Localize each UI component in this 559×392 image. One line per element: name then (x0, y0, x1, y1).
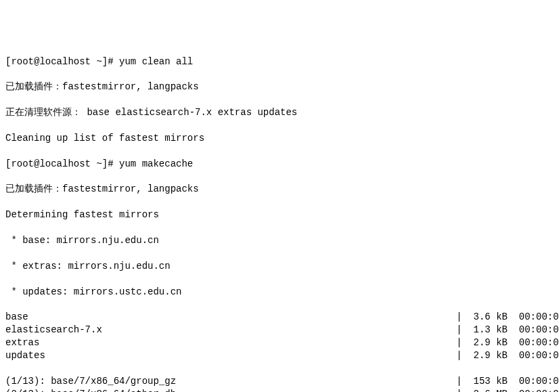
output-plugins: 已加载插件：fastestmirror, langpacks (5, 81, 559, 93)
output-determining: Determining fastest mirrors (5, 209, 559, 221)
repo-row: extras| 2.9 kB 00:00:00 (5, 336, 559, 349)
download-row: (2/13): base/7/x86_64/other_db| 2.6 MB 0… (5, 388, 559, 392)
output-plugins-2: 已加载插件：fastestmirror, langpacks (5, 183, 559, 196)
mirror-extras: * extras: mirrors.nju.edu.cn (5, 260, 559, 273)
repo-name: extras (5, 336, 39, 349)
repo-row: updates| 2.9 kB 00:00:00 (5, 349, 559, 362)
download-name: (1/13): base/7/x86_64/group_gz (5, 375, 176, 388)
command-1: yum clean all (119, 56, 193, 67)
output-clean-mirrors: Cleaning up list of fastest mirrors (5, 132, 559, 145)
mirror-updates: * updates: mirrors.ustc.edu.cn (5, 286, 559, 299)
repo-name: base (5, 311, 28, 324)
download-stats: | 2.6 MB 00:00:01 (456, 388, 559, 392)
prompt-line-2[interactable]: [root@localhost ~]# yum makecache (5, 158, 559, 171)
repo-name: elasticsearch-7.x (5, 324, 102, 336)
command-2: yum makecache (119, 158, 193, 169)
download-name: (2/13): base/7/x86_64/other_db (5, 388, 176, 392)
terminal-output: { "prompt1": "[root@localhost ~]# ", "cm… (5, 17, 559, 392)
repo-stats: | 3.6 kB 00:00:00 (456, 311, 559, 324)
repo-name: updates (5, 349, 45, 362)
repo-stats: | 1.3 kB 00:00:00 (456, 324, 559, 336)
prompt: [root@localhost ~]# (5, 56, 119, 67)
repo-stats: | 2.9 kB 00:00:00 (456, 336, 559, 349)
prompt: [root@localhost ~]# (5, 158, 119, 169)
prompt-line-1[interactable]: [root@localhost ~]# yum clean all (5, 56, 559, 68)
download-stats: | 153 kB 00:00:00 (456, 375, 559, 388)
repo-row: elasticsearch-7.x| 1.3 kB 00:00:00 (5, 324, 559, 336)
repo-stats: | 2.9 kB 00:00:00 (456, 349, 559, 362)
download-row: (1/13): base/7/x86_64/group_gz| 153 kB 0… (5, 375, 559, 388)
output-clean-repos: 正在清理软件源： base elasticsearch-7.x extras u… (5, 106, 559, 119)
repo-row: base| 3.6 kB 00:00:00 (5, 311, 559, 324)
mirror-base: * base: mirrors.nju.edu.cn (5, 234, 559, 247)
